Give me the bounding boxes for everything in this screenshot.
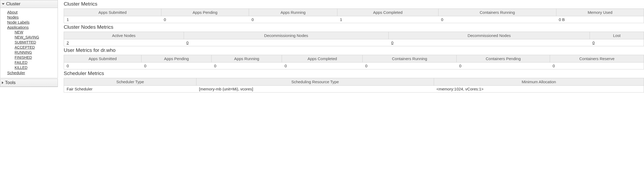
col-header: Scheduling Resource Type xyxy=(196,78,434,86)
cell: 0 xyxy=(282,62,363,69)
decommissioned-nodes-link[interactable]: 0 xyxy=(391,40,393,45)
sidebar-header-tools[interactable]: Tools xyxy=(0,79,58,87)
cell: 0 xyxy=(590,39,644,46)
section-title: User Metrics for dr.who xyxy=(64,47,644,53)
sidebar-title-cluster: Cluster xyxy=(6,1,20,7)
section-title: Scheduler Metrics xyxy=(64,70,644,76)
col-header: Active Nodes xyxy=(64,32,184,39)
app-states-list: NEW NEW_SAVING SUBMITTED ACCEPTED RUNNIN… xyxy=(7,30,58,70)
col-header: Scheduler Type xyxy=(64,78,196,86)
cell: 0 xyxy=(249,16,337,23)
cell: 2 xyxy=(64,39,184,46)
table-row: 2 0 0 0 xyxy=(64,39,644,46)
col-header: Apps Pending xyxy=(141,55,212,62)
col-header: Decommissioned Nodes xyxy=(389,32,590,39)
active-nodes-link[interactable]: 2 xyxy=(67,40,69,45)
cluster-nodes-metrics-table: Active Nodes Decommissioning Nodes Decom… xyxy=(64,32,644,46)
nav-app-state[interactable]: KILLED xyxy=(15,65,27,70)
col-header: Minimum Allocation xyxy=(434,78,644,86)
col-header: Apps Completed xyxy=(282,55,363,62)
cell: 0 xyxy=(141,62,212,69)
nav-app-state[interactable]: ACCEPTED xyxy=(15,45,35,49)
cell: [memory-mb (unit=Mi), vcores] xyxy=(196,86,434,93)
cell: 0 xyxy=(438,16,556,23)
cell: 1 xyxy=(337,16,438,23)
cell: 0 xyxy=(550,62,644,69)
col-header: Apps Submitted xyxy=(64,9,161,16)
nav-app-state[interactable]: FINISHED xyxy=(15,55,32,60)
sidebar-header-cluster[interactable]: Cluster xyxy=(0,0,58,8)
nav-app-state[interactable]: FAILED xyxy=(15,60,27,65)
col-header: Apps Completed xyxy=(337,9,438,16)
section-scheduler-metrics: Scheduler Metrics Scheduler Type Schedul… xyxy=(64,70,644,93)
cell: 0 xyxy=(161,16,249,23)
cell: 0 xyxy=(457,62,550,69)
user-metrics-table: Apps Submitted Apps Pending Apps Running… xyxy=(64,55,644,69)
cell: 0 xyxy=(64,62,141,69)
table-row: Fair Scheduler [memory-mb (unit=Mi), vco… xyxy=(64,86,644,93)
table-row: 0 0 0 0 0 0 0 xyxy=(64,62,644,69)
cell: Fair Scheduler xyxy=(64,86,196,93)
col-header: Containers Reserve xyxy=(550,55,644,62)
table-row: 1 0 0 1 0 0 B xyxy=(64,16,644,23)
cell: 1 xyxy=(64,16,161,23)
col-header: Apps Running xyxy=(249,9,337,16)
section-user-metrics: User Metrics for dr.who Apps Submitted A… xyxy=(64,47,644,69)
scheduler-metrics-table: Scheduler Type Scheduling Resource Type … xyxy=(64,78,644,93)
col-header: Containers Running xyxy=(438,9,556,16)
chevron-right-icon xyxy=(2,81,3,84)
main-content: Cluster Metrics Apps Submitted Apps Pend… xyxy=(58,0,644,94)
nav-app-state[interactable]: NEW xyxy=(15,30,23,34)
col-header: Lost xyxy=(590,32,644,39)
col-header: Apps Submitted xyxy=(64,55,141,62)
section-cluster-metrics: Cluster Metrics Apps Submitted Apps Pend… xyxy=(64,1,644,23)
nav-app-state[interactable]: NEW_SAVING xyxy=(15,35,39,39)
sidebar-title-tools: Tools xyxy=(5,80,16,85)
nav-app-state[interactable]: SUBMITTED xyxy=(15,40,36,44)
cell: <memory:1024, vCores:1> xyxy=(434,86,644,93)
section-title: Cluster Metrics xyxy=(64,1,644,7)
col-header: Apps Running xyxy=(211,55,282,62)
nav-node-labels[interactable]: Node Labels xyxy=(7,20,29,24)
nav-app-state[interactable]: RUNNING xyxy=(15,50,32,55)
cluster-metrics-table: Apps Submitted Apps Pending Apps Running… xyxy=(64,9,644,23)
decommissioning-nodes-link[interactable]: 0 xyxy=(186,40,188,45)
cell: 0 xyxy=(389,39,590,46)
sidebar-body-cluster: About Nodes Node Labels Applications NEW… xyxy=(0,8,58,78)
cell: 0 xyxy=(184,39,389,46)
sidebar-section-cluster: Cluster About Nodes Node Labels Applicat… xyxy=(0,0,58,78)
section-title: Cluster Nodes Metrics xyxy=(64,24,644,30)
nav-scheduler[interactable]: Scheduler xyxy=(7,70,25,75)
col-header: Containers Running xyxy=(363,55,457,62)
lost-nodes-link[interactable]: 0 xyxy=(593,40,595,45)
col-header: Decommissioning Nodes xyxy=(184,32,389,39)
cell: 0 xyxy=(211,62,282,69)
chevron-down-icon xyxy=(2,3,5,5)
sidebar: Cluster About Nodes Node Labels Applicat… xyxy=(0,0,58,94)
sidebar-section-tools: Tools xyxy=(0,79,58,87)
col-header: Containers Pending xyxy=(457,55,550,62)
cell: 0 B xyxy=(556,16,644,23)
col-header: Apps Pending xyxy=(161,9,249,16)
cell: 0 xyxy=(363,62,457,69)
nav-applications[interactable]: Applications xyxy=(7,25,29,30)
col-header: Memory Used xyxy=(556,9,644,16)
nav-nodes[interactable]: Nodes xyxy=(7,15,19,19)
nav-about[interactable]: About xyxy=(7,10,18,14)
section-cluster-nodes-metrics: Cluster Nodes Metrics Active Nodes Decom… xyxy=(64,24,644,46)
